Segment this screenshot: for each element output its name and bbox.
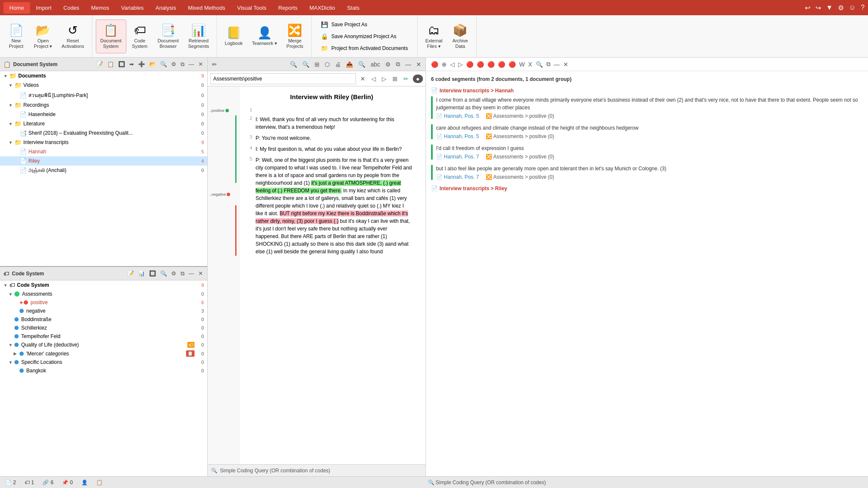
- address-nav2-icon[interactable]: ▷: [380, 75, 388, 83]
- tree-videos[interactable]: ▼ 📁 Videos 0: [0, 80, 207, 90]
- segment-ref[interactable]: 📄 Hannah, Pos. 7: [436, 174, 479, 180]
- address-input[interactable]: Assessments\positive: [210, 73, 356, 84]
- tree-recordings[interactable]: ▼ 📁 Recordings 0: [0, 100, 207, 110]
- split-icon[interactable]: ⬡: [323, 60, 331, 69]
- retrieved-segments-button[interactable]: 📊 RetrievedSegments: [184, 19, 214, 53]
- tree-riley[interactable]: 📄 Riley 4: [0, 156, 207, 166]
- search2-icon[interactable]: 🔍: [300, 60, 311, 69]
- code-sys-expand[interactable]: ⧉: [180, 269, 185, 278]
- tree-boddinstrasse[interactable]: Boddinstraße 0: [0, 315, 207, 324]
- right-icon14[interactable]: —: [554, 61, 560, 68]
- tree-positive[interactable]: ✚ positive 6: [0, 298, 207, 307]
- tree-assessments[interactable]: ▼ Assessments 0: [0, 290, 207, 298]
- doc-sys-icon3[interactable]: 🔲: [117, 60, 126, 68]
- menu-variables[interactable]: Variables: [115, 2, 150, 14]
- tree-lumphini[interactable]: 📄 สวนลุมพินี [Lumphini-Park] 0: [0, 90, 207, 100]
- code-sys-icon3[interactable]: 🔲: [148, 269, 157, 277]
- menu-codes[interactable]: Codes: [58, 2, 86, 14]
- address-edit-icon[interactable]: ✏: [402, 75, 410, 83]
- code-sys-icon1[interactable]: 📝: [126, 269, 135, 277]
- reset-activations-button[interactable]: ↺ ResetActivations: [57, 19, 88, 53]
- right-icon7[interactable]: 🔴: [487, 61, 495, 68]
- segment-ref[interactable]: 📄 Hannah, Pos. 7: [436, 154, 479, 160]
- help-icon[interactable]: ?: [861, 4, 865, 11]
- tree-bangkok[interactable]: Bangkok 0: [0, 366, 207, 375]
- doc-sys-settings[interactable]: ⚙: [170, 60, 177, 68]
- tree-hasenheide[interactable]: 📄 Hasenheide 0: [0, 110, 207, 119]
- tree-specific-locations[interactable]: ▼ Specific Locations 0: [0, 358, 207, 366]
- edit-icon[interactable]: ✏: [210, 60, 219, 69]
- right-icon15[interactable]: ✕: [563, 61, 568, 68]
- right-icon8[interactable]: 🔴: [498, 61, 505, 68]
- address-filter-icon[interactable]: ⊞: [391, 75, 399, 83]
- code-sys-icon2[interactable]: 📊: [137, 269, 146, 277]
- doc-sys-close[interactable]: ✕: [198, 60, 204, 68]
- menu-home[interactable]: Home: [3, 2, 30, 14]
- right-icon3[interactable]: ◁: [450, 61, 455, 68]
- right-icon4[interactable]: ▷: [458, 61, 463, 68]
- tree-code-system-root[interactable]: ▼ 🏷 Code System 9: [0, 280, 207, 290]
- menu-reports[interactable]: Reports: [272, 2, 303, 14]
- segment-ref[interactable]: 📄 Hannah, Pos. 5: [436, 133, 479, 139]
- right-icon1[interactable]: 🔴: [431, 61, 438, 68]
- tree-tempelhofer-feld[interactable]: Tempelhofer Feld 0: [0, 332, 207, 341]
- tree-sherif[interactable]: 📑 Sherif (2018) – Evaluating Preexisting…: [0, 128, 207, 138]
- save-project-button[interactable]: 💾 Save Project As: [318, 20, 411, 29]
- doc-sys-search[interactable]: 🔍: [159, 60, 168, 68]
- right-icon13[interactable]: ⧉: [546, 61, 551, 68]
- tree-interview-transcripts[interactable]: ▼ 📁 Interview transcripts 9: [0, 138, 207, 147]
- code-sys-settings[interactable]: ⚙: [170, 269, 177, 277]
- menu-analysis[interactable]: Analysis: [150, 2, 182, 14]
- right-icon6[interactable]: 🔴: [477, 61, 484, 68]
- segment-ref[interactable]: 📄 Hannah, Pos. 5: [436, 113, 479, 119]
- settings-icon[interactable]: ⚙: [838, 4, 844, 12]
- external-files-button[interactable]: 🗂 ExternalFiles ▾: [421, 19, 446, 53]
- new-project-button[interactable]: 📄 NewProject: [3, 19, 29, 53]
- segment-group-hannah[interactable]: 📄 Interview transcripts > Hannah: [431, 87, 863, 94]
- document-system-button[interactable]: 📋 DocumentSystem: [96, 19, 126, 53]
- tree-schillerkiez[interactable]: Schillerkiez 0: [0, 324, 207, 332]
- search3-icon[interactable]: 🔍: [356, 60, 367, 69]
- logbook-button[interactable]: 📒 Logbook: [220, 19, 247, 53]
- document-browser-button[interactable]: 📑 DocumentBrowser: [153, 19, 183, 53]
- tree-mercer-categories[interactable]: ▶ 'Mercer' categories 📋 0: [0, 349, 207, 358]
- code-system-button[interactable]: 🏷 CodeSystem: [127, 19, 153, 53]
- menu-stats[interactable]: Stats: [341, 2, 366, 14]
- code-sys-minimize[interactable]: —: [188, 269, 195, 277]
- doc-sys-icon1[interactable]: 📝: [95, 60, 104, 68]
- archive-data-button[interactable]: 📦 ArchiveData: [448, 19, 473, 53]
- doc-sys-icon5[interactable]: ➕: [137, 60, 146, 68]
- doc-sys-minimize[interactable]: —: [188, 60, 195, 68]
- menu-maxdictio[interactable]: MAXDictio: [303, 2, 341, 14]
- right-icon9[interactable]: 🔴: [509, 61, 516, 68]
- tree-hannah[interactable]: 📄 Hannah 5: [0, 147, 207, 156]
- settings2-icon[interactable]: ⚙: [384, 60, 392, 69]
- teamwork-button[interactable]: 👤 Teamwork ▾: [248, 19, 281, 53]
- tree-quality-of-life[interactable]: ▼ Quality of Life (deductive) 🏷 0: [0, 341, 207, 349]
- tree-anchali[interactable]: 📄 அஞ்சலி (Anchali) 0: [0, 166, 207, 175]
- segment-group-riley[interactable]: 📄 Interview transcripts > Riley: [431, 185, 863, 191]
- project-from-activated-button[interactable]: 📁 Project from Activated Documents: [318, 44, 411, 53]
- dropdown-icon[interactable]: ▼: [826, 4, 833, 11]
- expand2-icon[interactable]: ⧉: [394, 60, 402, 69]
- code-sys-search[interactable]: 🔍: [159, 269, 168, 277]
- right-icon11[interactable]: X: [528, 61, 532, 68]
- right-icon10[interactable]: W: [519, 61, 525, 68]
- doc-sys-icon4[interactable]: ➡: [128, 60, 135, 68]
- save-anonymized-button[interactable]: 🔒 Save Anonymized Project As: [318, 32, 411, 41]
- merge-projects-button[interactable]: 🔀 MergeProjects: [282, 19, 308, 53]
- menu-import[interactable]: Import: [30, 2, 58, 14]
- tree-documents-root[interactable]: ▼ 📁 Documents 9: [0, 71, 207, 80]
- address-nav1-icon[interactable]: ◁: [370, 75, 378, 83]
- right-icon12[interactable]: 🔍: [536, 61, 543, 68]
- print-icon[interactable]: 🖨: [333, 60, 342, 69]
- undo-icon[interactable]: ↩: [805, 4, 810, 12]
- address-clear-icon[interactable]: ✕: [359, 75, 367, 83]
- tree-negative[interactable]: negative 3: [0, 307, 207, 315]
- minimize2-icon[interactable]: —: [403, 60, 413, 69]
- smiley-icon[interactable]: ☺: [849, 4, 856, 11]
- redo-icon[interactable]: ↪: [815, 4, 821, 12]
- open-project-button[interactable]: 📂 OpenProject ▾: [30, 19, 56, 53]
- menu-memos[interactable]: Memos: [85, 2, 115, 14]
- grid-icon[interactable]: ⊞: [313, 60, 321, 69]
